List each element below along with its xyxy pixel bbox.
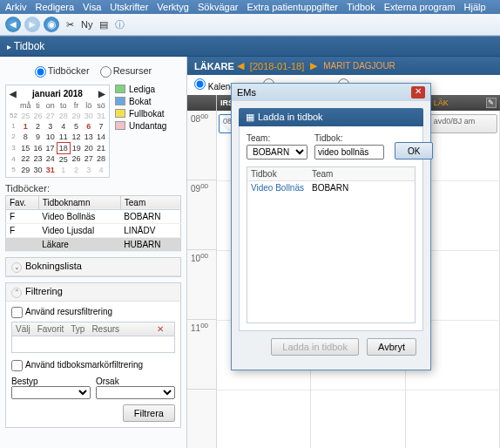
menu-extra patientuppgifter[interactable]: Extra patientuppgifter (247, 2, 338, 12)
tidbocker-label: Tidböcker: (5, 183, 181, 193)
info-icon[interactable]: ⓘ (115, 18, 125, 31)
cal-day[interactable]: 27 (83, 153, 95, 165)
legend-item: Lediga (115, 85, 181, 94)
cal-day[interactable]: 23 (32, 153, 44, 165)
time-label: 0800 (187, 111, 216, 180)
menu-verktyg[interactable]: Verktyg (157, 2, 189, 12)
cal-day[interactable]: 18 (57, 142, 70, 153)
cal-day[interactable]: 2 (70, 165, 83, 175)
cal-day[interactable]: 4 (57, 121, 70, 132)
cal-day[interactable]: 28 (57, 111, 70, 121)
orsak-select[interactable] (96, 386, 175, 399)
menu-tidbok[interactable]: Tidbok (347, 2, 375, 12)
cal-month: januari 2018 (32, 89, 83, 98)
lakare-date[interactable]: [2018-01-18] (250, 61, 304, 71)
legend-item: Fullbokat (115, 109, 181, 119)
cal-day[interactable]: 19 (70, 142, 83, 153)
tidbok-result-list[interactable]: TidbokTeam Video BollnäsBOBARN (247, 166, 416, 323)
time-label: 1100 (187, 320, 216, 390)
bestyp-select[interactable] (11, 386, 91, 399)
edit-icon[interactable]: ✎ (486, 98, 497, 108)
cal-day[interactable]: 1 (19, 121, 32, 132)
cal-day[interactable]: 28 (95, 153, 107, 165)
tidbok-table[interactable]: Fav.TidboknamnTeamFVideo BollnäsBOBARNFV… (5, 195, 181, 252)
filtrera-button[interactable]: Filtrera (123, 404, 175, 422)
cal-day[interactable]: 22 (19, 153, 32, 165)
cal-day[interactable]: 17 (44, 142, 57, 153)
team-select[interactable]: BOBARN (247, 145, 307, 160)
radio-resurser[interactable]: Resurser (100, 65, 152, 78)
cal-day[interactable]: 9 (32, 132, 44, 143)
modal-window-title: EMs (237, 87, 256, 98)
cal-day[interactable]: 10 (44, 132, 57, 143)
schedule-panel: LÄKARE ◀ [2018-01-18] ▶ MARIT DAGJOUR Ka… (187, 57, 500, 448)
filtrering-panel: ⌃Filtrering Använd resursfiltrering Välj… (5, 282, 181, 428)
cal-day[interactable]: 25 (19, 111, 32, 121)
cal-day[interactable]: 31 (44, 165, 57, 175)
cal-day[interactable]: 3 (83, 165, 95, 175)
nav-back-icon[interactable]: ◄ (5, 17, 21, 32)
cal-day[interactable]: 12 (70, 132, 83, 143)
date-next-icon[interactable]: ▶ (310, 60, 317, 71)
menu-utskrifter[interactable]: Utskrifter (110, 2, 148, 12)
chevron-up-icon[interactable]: ⌃ (11, 288, 22, 298)
calendar[interactable]: ◀ januari 2018 ▶ måtiontofrlösö522526272… (5, 85, 110, 178)
menu-sökvägar[interactable]: Sökvägar (198, 2, 238, 12)
cal-day[interactable]: 31 (95, 111, 107, 121)
menu-externa program[interactable]: Externa program (384, 2, 456, 12)
close-icon[interactable]: ✕ (411, 86, 425, 98)
radio-tidbocker[interactable]: Tidböcker (35, 65, 90, 78)
resursfilt-checkbox[interactable]: Använd resursfiltrering (11, 307, 112, 316)
chevron-down-icon[interactable]: ⌄ (11, 262, 22, 273)
cal-day[interactable]: 27 (44, 111, 57, 121)
cal-day[interactable]: 2 (32, 121, 44, 132)
menu-hjälp[interactable]: Hjälp (464, 2, 486, 12)
doc-icon[interactable]: ▤ (99, 19, 108, 31)
cal-day[interactable]: 5 (70, 121, 83, 132)
cal-prev-icon[interactable]: ◀ (10, 89, 17, 98)
cal-day[interactable]: 24 (44, 153, 57, 165)
cal-day[interactable]: 30 (83, 111, 95, 121)
lakare-bar: LÄKARE ◀ [2018-01-18] ▶ MARIT DAGJOUR (187, 57, 500, 75)
cal-day[interactable]: 16 (32, 142, 44, 153)
cal-day[interactable]: 1 (57, 165, 70, 175)
cal-next-icon[interactable]: ▶ (98, 89, 105, 98)
date-prev-icon[interactable]: ◀ (237, 60, 244, 71)
cal-day[interactable]: 15 (19, 142, 32, 153)
cal-day[interactable]: 29 (19, 165, 32, 175)
cal-day[interactable]: 14 (95, 132, 107, 143)
cal-day[interactable]: 8 (19, 132, 32, 143)
cal-day[interactable]: 30 (32, 165, 44, 175)
left-panel: Tidböcker Resurser ◀ januari 2018 ▶ måti… (0, 57, 187, 448)
time-labels: 0800090010001100 (187, 111, 217, 448)
cal-day[interactable]: 4 (95, 165, 107, 175)
list-item[interactable]: Video BollnäsBOBARN (247, 181, 415, 194)
avbryt-button[interactable]: Avbryt (367, 338, 416, 356)
lakare-sub: MARIT DAGJOUR (323, 61, 395, 71)
bokningslista-panel[interactable]: ⌄Bokningslista (5, 257, 181, 277)
tidbok-input[interactable] (314, 145, 384, 160)
globe-icon[interactable]: ◉ (44, 17, 59, 32)
menu-visa[interactable]: Visa (83, 2, 101, 12)
tidboksfilt-checkbox[interactable]: Använd tidboksmarkörfiltrering (11, 360, 143, 370)
new-label[interactable]: Ny (81, 19, 92, 30)
cal-day[interactable]: 21 (95, 142, 107, 153)
cal-day[interactable]: 13 (83, 132, 95, 143)
cal-day[interactable]: 11 (57, 132, 70, 143)
ok-button[interactable]: OK (395, 142, 433, 160)
delete-icon[interactable]: ✕ (157, 324, 164, 334)
cal-day[interactable]: 7 (95, 121, 107, 132)
cal-day[interactable]: 6 (83, 121, 95, 132)
cut-icon: ✂ (66, 19, 74, 31)
cal-day[interactable]: 26 (32, 111, 44, 121)
cal-day[interactable]: 26 (70, 153, 83, 165)
menu-arkiv[interactable]: Arkiv (5, 2, 26, 12)
cal-day[interactable]: 29 (70, 111, 83, 121)
table-row[interactable]: FVideo LjusdalLINÄDV (6, 223, 181, 237)
cal-day[interactable]: 25 (57, 153, 70, 165)
table-row[interactable]: LäkareHUBARN (6, 237, 181, 251)
menu-redigera[interactable]: Redigera (35, 2, 74, 12)
cal-day[interactable]: 3 (44, 121, 57, 132)
table-row[interactable]: FVideo BollnäsBOBARN (6, 209, 181, 223)
cal-day[interactable]: 20 (83, 142, 95, 153)
